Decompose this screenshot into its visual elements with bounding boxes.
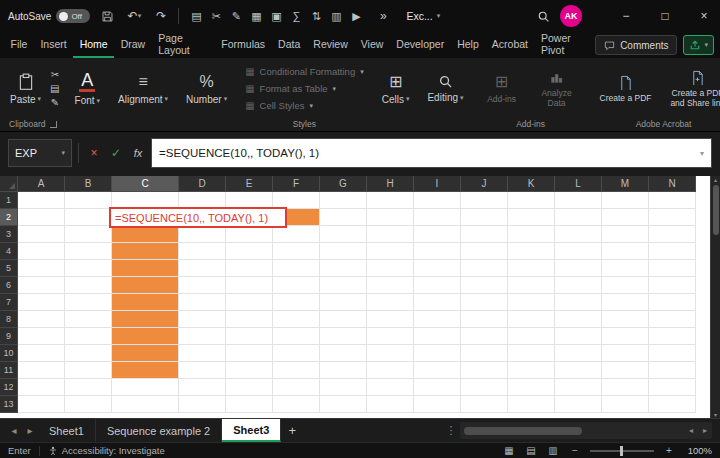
column-header-H[interactable]: H <box>367 176 414 192</box>
ribbon-tab-file[interactable]: File <box>4 32 34 58</box>
cell-D3[interactable] <box>179 226 226 243</box>
zoom-level[interactable]: 100% <box>684 445 712 456</box>
cell-A6[interactable] <box>18 277 65 294</box>
cell-B7[interactable] <box>65 294 112 311</box>
cells-button[interactable]: ⊞ Cells▾ <box>376 61 416 117</box>
cell-F8[interactable] <box>273 311 320 328</box>
cell-B13[interactable] <box>65 396 112 413</box>
ribbon-tab-draw[interactable]: Draw <box>114 32 152 58</box>
cell-I13[interactable] <box>414 396 461 413</box>
cell-H5[interactable] <box>367 260 414 277</box>
analyze-data-button[interactable]: Analyze Data <box>528 61 586 117</box>
cell-E10[interactable] <box>226 345 273 362</box>
cell-C3[interactable] <box>112 226 179 243</box>
cell-M1[interactable] <box>602 192 649 209</box>
cell-G5[interactable] <box>320 260 367 277</box>
cell-B1[interactable] <box>65 192 112 209</box>
cell-K3[interactable] <box>508 226 555 243</box>
cell-I4[interactable] <box>414 243 461 260</box>
zoom-slider[interactable] <box>590 450 654 452</box>
row-header-4[interactable]: 4 <box>0 243 18 260</box>
cell-N11[interactable] <box>649 362 696 379</box>
cell-N2[interactable] <box>649 209 696 226</box>
cell-C9[interactable] <box>112 328 179 345</box>
formula-input[interactable]: =SEQUENCE(10,, TODAY(), 1) ▾ <box>151 138 712 168</box>
column-header-M[interactable]: M <box>602 176 649 192</box>
cell-E12[interactable] <box>226 379 273 396</box>
cell-L6[interactable] <box>555 277 602 294</box>
cell-N1[interactable] <box>649 192 696 209</box>
cell-F5[interactable] <box>273 260 320 277</box>
cell-H8[interactable] <box>367 311 414 328</box>
cancel-button[interactable]: × <box>85 141 103 165</box>
qat-autosum-icon[interactable]: ∑ <box>286 4 306 28</box>
cell-H7[interactable] <box>367 294 414 311</box>
cut-icon[interactable]: ✂ <box>50 69 59 80</box>
column-header-J[interactable]: J <box>461 176 508 192</box>
cell-J11[interactable] <box>461 362 508 379</box>
cell-H1[interactable] <box>367 192 414 209</box>
clipboard-dialog-launcher-icon[interactable] <box>50 121 57 128</box>
cell-L11[interactable] <box>555 362 602 379</box>
cell-G9[interactable] <box>320 328 367 345</box>
vertical-scrollbar[interactable]: ▴ ▾ <box>710 176 720 418</box>
search-button[interactable] <box>533 4 553 28</box>
cell-B2[interactable] <box>65 209 112 226</box>
cell-A13[interactable] <box>18 396 65 413</box>
cell-J2[interactable] <box>461 209 508 226</box>
column-header-C[interactable]: C <box>112 176 179 192</box>
paste-button[interactable]: Paste▾ <box>4 61 47 117</box>
cell-H10[interactable] <box>367 345 414 362</box>
accessibility-button[interactable]: Accessibility: Investigate <box>48 445 165 456</box>
cell-J13[interactable] <box>461 396 508 413</box>
sheet-nav-right-button[interactable]: ▸ <box>22 419 38 442</box>
cell-L5[interactable] <box>555 260 602 277</box>
ribbon-tab-acrobat[interactable]: Acrobat <box>485 32 534 58</box>
qat-clipboard-icon[interactable]: ▤ <box>186 4 206 28</box>
workbook-title[interactable]: Exc... ▾ <box>406 10 440 22</box>
save-button[interactable] <box>97 4 117 28</box>
cell-B8[interactable] <box>65 311 112 328</box>
cell-I8[interactable] <box>414 311 461 328</box>
column-header-N[interactable]: N <box>649 176 696 192</box>
editing-button[interactable]: Editing▾ <box>421 61 469 117</box>
row-header-13[interactable]: 13 <box>0 396 18 413</box>
cell-E11[interactable] <box>226 362 273 379</box>
cell-A11[interactable] <box>18 362 65 379</box>
cell-K9[interactable] <box>508 328 555 345</box>
cell-G2[interactable] <box>320 209 367 226</box>
cell-D9[interactable] <box>179 328 226 345</box>
ribbon-tab-power-pivot[interactable]: Power Pivot <box>534 32 595 58</box>
cell-D4[interactable] <box>179 243 226 260</box>
cell-I5[interactable] <box>414 260 461 277</box>
cell-D13[interactable] <box>179 396 226 413</box>
cell-L10[interactable] <box>555 345 602 362</box>
page-layout-view-button[interactable]: ▤ <box>524 445 538 456</box>
scroll-right-icon[interactable]: ▸ <box>698 426 712 435</box>
account-avatar[interactable]: AK <box>560 5 582 27</box>
cell-C12[interactable] <box>112 379 179 396</box>
cell-D6[interactable] <box>179 277 226 294</box>
row-header-3[interactable]: 3 <box>0 226 18 243</box>
cell-I6[interactable] <box>414 277 461 294</box>
cell-N9[interactable] <box>649 328 696 345</box>
sheet-bar-menu-button[interactable]: ⋮ <box>442 419 460 442</box>
cell-J8[interactable] <box>461 311 508 328</box>
cell-M3[interactable] <box>602 226 649 243</box>
cell-C8[interactable] <box>112 311 179 328</box>
cell-H4[interactable] <box>367 243 414 260</box>
column-header-D[interactable]: D <box>179 176 226 192</box>
cell-A8[interactable] <box>18 311 65 328</box>
cell-N4[interactable] <box>649 243 696 260</box>
close-button[interactable]: × <box>688 0 720 32</box>
cell-B12[interactable] <box>65 379 112 396</box>
vertical-scroll-thumb[interactable] <box>713 185 719 235</box>
row-header-12[interactable]: 12 <box>0 379 18 396</box>
cell-H13[interactable] <box>367 396 414 413</box>
cell-C13[interactable] <box>112 396 179 413</box>
cell-M11[interactable] <box>602 362 649 379</box>
cell-I3[interactable] <box>414 226 461 243</box>
cell-J12[interactable] <box>461 379 508 396</box>
ribbon-tab-help[interactable]: Help <box>451 32 486 58</box>
active-cell-editor[interactable]: =SEQUENCE(10,, TODAY(), 1) <box>109 207 287 228</box>
